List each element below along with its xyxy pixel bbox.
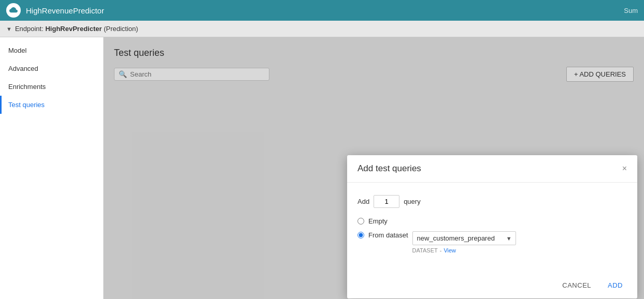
dataset-select[interactable]: new_customers_prepared — [412, 231, 516, 245]
add-quantity-row: Add query — [357, 195, 627, 208]
from-dataset-radio[interactable] — [357, 232, 364, 238]
breadcrumb-prefix: Endpoint: — [15, 25, 44, 33]
sidebar-item-test-queries[interactable]: Test queries — [0, 96, 103, 114]
sidebar-item-advanced-label: Advanced — [8, 65, 38, 72]
query-label: query — [404, 198, 421, 205]
empty-radio-row: Empty — [357, 217, 627, 225]
breadcrumb-bar: ▼ Endpoint: HighRevPredicter (Prediction… — [0, 21, 644, 37]
breadcrumb-tag: (Prediction) — [104, 25, 138, 33]
top-header: HighRevenuePredictor Sum — [0, 0, 644, 21]
dataset-selector-area: new_customers_prepared ▼ DATASET - View — [412, 231, 516, 253]
cancel-button[interactable]: CANCEL — [558, 278, 595, 292]
dataset-meta-label: DATASET — [412, 247, 438, 253]
dataset-select-wrap: new_customers_prepared ▼ — [412, 231, 516, 245]
sidebar: Model Advanced Enrichments Test queries — [0, 37, 104, 299]
quantity-input[interactable] — [374, 195, 399, 208]
header-summary: Sum — [624, 7, 638, 14]
breadcrumb: Endpoint: HighRevPredicter (Prediction) — [15, 25, 138, 33]
sidebar-item-enrichments-label: Enrichments — [8, 83, 46, 91]
sidebar-item-test-queries-label: Test queries — [8, 101, 45, 109]
modal-close-button[interactable]: × — [622, 165, 627, 173]
sidebar-item-enrichments[interactable]: Enrichments — [0, 78, 103, 96]
modal-title: Add test queries — [357, 163, 421, 174]
from-dataset-radio-row: From dataset new_customers_prepared ▼ DA… — [357, 231, 627, 253]
modal-footer: CANCEL ADD — [347, 272, 637, 298]
sidebar-item-model[interactable]: Model — [0, 41, 103, 59]
empty-radio[interactable] — [357, 218, 364, 225]
from-dataset-radio-label: From dataset — [368, 231, 408, 239]
app-title: HighRevenuePredictor — [26, 6, 104, 15]
breadcrumb-arrow-icon: ▼ — [6, 26, 12, 32]
cloud-icon — [6, 3, 21, 18]
add-label: Add — [357, 198, 369, 205]
sidebar-item-model-label: Model — [8, 47, 26, 54]
dataset-meta-separator: - — [440, 247, 442, 253]
empty-radio-label: Empty — [368, 217, 388, 225]
modal-body: Add query Empty From dataset new_custome… — [347, 183, 637, 272]
dataset-meta: DATASET - View — [412, 247, 516, 253]
dataset-view-link[interactable]: View — [443, 247, 456, 253]
modal-header: Add test queries × — [347, 155, 637, 183]
sidebar-item-advanced[interactable]: Advanced — [0, 59, 103, 78]
add-button[interactable]: ADD — [604, 278, 627, 292]
breadcrumb-endpoint: HighRevPredicter — [45, 25, 102, 33]
modal-add-test-queries: Add test queries × Add query Empty From … — [347, 155, 637, 298]
